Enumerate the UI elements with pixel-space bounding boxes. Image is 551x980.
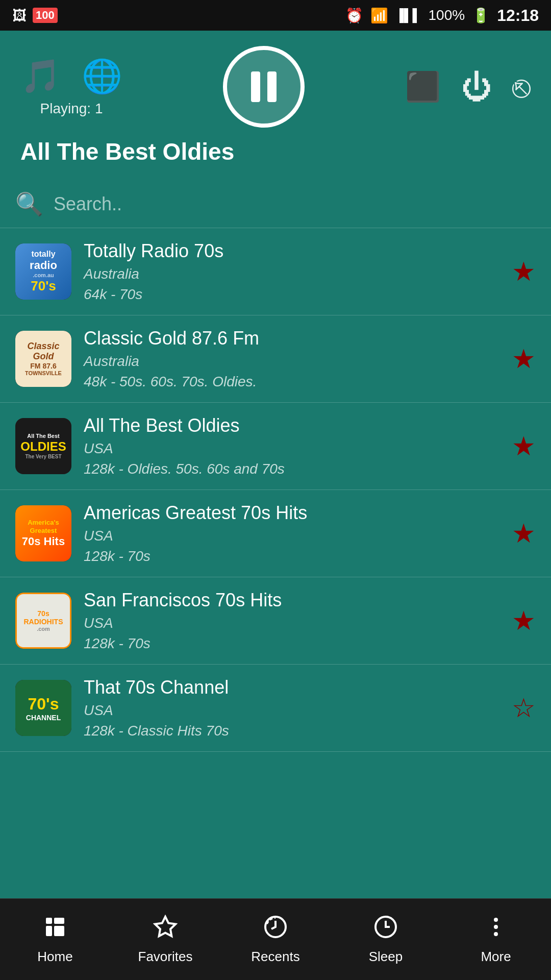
- favorite-button[interactable]: ★: [512, 344, 536, 374]
- svg-marker-4: [155, 917, 176, 936]
- station-country: USA: [84, 702, 499, 719]
- svg-rect-1: [46, 926, 52, 936]
- more-icon: [484, 915, 508, 945]
- station-logo: 70's CHANNEL: [15, 680, 71, 736]
- current-station-title: All The Best Oldies: [20, 138, 234, 170]
- player-controls-row: 🎵 🌐 Playing: 1 ⬛ ⏻ ⎋: [20, 46, 531, 128]
- svg-rect-0: [46, 918, 52, 924]
- sleep-icon: [373, 915, 398, 945]
- station-country: Australia: [84, 353, 499, 370]
- pause-button[interactable]: [223, 46, 305, 128]
- station-meta: 128k - 70s: [84, 635, 499, 652]
- station-meta: 64k - 70s: [84, 286, 499, 303]
- station-meta: 128k - Oldies. 50s. 60s and 70s: [84, 461, 499, 477]
- station-meta: 48k - 50s. 60s. 70s. Oldies.: [84, 374, 499, 390]
- player-left: 🎵 🌐 Playing: 1: [20, 57, 122, 117]
- star-icon: ★: [512, 606, 536, 635]
- search-input[interactable]: [54, 193, 536, 215]
- player-area: 🎵 🌐 Playing: 1 ⬛ ⏻ ⎋ All The Best Oldies: [0, 31, 551, 181]
- station-logo: All The Best OLDIES The Very BEST: [15, 418, 71, 474]
- nav-item-more[interactable]: More: [441, 910, 551, 970]
- station-item[interactable]: 70's CHANNEL That 70s Channel USA 128k -…: [0, 665, 551, 752]
- wifi-icon: 📶: [370, 7, 388, 24]
- nav-label-favorites: Favorites: [138, 949, 193, 965]
- music-icon[interactable]: 🎵: [20, 57, 61, 95]
- signal-icon: ▐▌▌: [395, 8, 421, 22]
- svg-point-8: [494, 925, 498, 929]
- nav-item-recents[interactable]: Recents: [220, 910, 331, 970]
- stop-icon[interactable]: ⬛: [405, 70, 441, 104]
- power-icon[interactable]: ⏻: [461, 69, 492, 105]
- home-icon: [43, 915, 67, 945]
- station-item[interactable]: 70sRADIOHITS .com San Franciscos 70s Hit…: [0, 577, 551, 665]
- main-content: 🎵 🌐 Playing: 1 ⬛ ⏻ ⎋ All The Best Oldies: [0, 31, 551, 898]
- favorite-button[interactable]: ★: [512, 605, 536, 636]
- battery-label: 100%: [429, 7, 465, 23]
- player-left-icons: 🎵 🌐: [20, 57, 122, 95]
- favorite-button[interactable]: ★: [512, 256, 536, 287]
- station-logo: ClassicGold FM 87.6 TOWNSVILLE: [15, 331, 71, 387]
- nav-label-home: Home: [37, 949, 72, 965]
- nav-item-sleep[interactable]: Sleep: [331, 910, 441, 970]
- station-info: Classic Gold 87.6 Fm Australia 48k - 50s…: [84, 328, 499, 390]
- station-country: USA: [84, 528, 499, 544]
- nav-item-favorites[interactable]: Favorites: [110, 910, 220, 970]
- station-info: That 70s Channel USA 128k - Classic Hits…: [84, 677, 499, 739]
- pause-bar-right: [267, 71, 277, 102]
- status-right: ⏰ 📶 ▐▌▌ 100% 🔋 12:18: [345, 6, 539, 25]
- search-icon: 🔍: [15, 191, 43, 217]
- photo-icon: 🖼: [12, 7, 27, 24]
- nav-item-home[interactable]: Home: [0, 910, 110, 970]
- station-name: Americas Greatest 70s Hits: [84, 502, 499, 524]
- pause-icon: [251, 71, 277, 102]
- alarm-icon: ⏰: [345, 7, 363, 24]
- station-item[interactable]: ClassicGold FM 87.6 TOWNSVILLE Classic G…: [0, 315, 551, 403]
- station-country: USA: [84, 615, 499, 631]
- station-name: Classic Gold 87.6 Fm: [84, 328, 499, 349]
- globe-icon[interactable]: 🌐: [82, 57, 122, 95]
- status-time: 12:18: [497, 6, 539, 25]
- nav-label-recents: Recents: [251, 949, 299, 965]
- station-logo: totally radio .com.au 70's: [15, 243, 71, 300]
- star-icon: ★: [512, 431, 536, 461]
- svg-rect-2: [54, 918, 64, 924]
- station-logo: 70sRADIOHITS .com: [15, 593, 71, 649]
- station-name: Totally Radio 70s: [84, 240, 499, 262]
- status-left: 🖼 100: [12, 7, 58, 24]
- station-list: totally radio .com.au 70's Totally Radio…: [0, 228, 551, 898]
- station-country: USA: [84, 440, 499, 457]
- favorite-button[interactable]: ★: [512, 518, 536, 549]
- svg-rect-3: [54, 926, 64, 936]
- share-icon[interactable]: ⎋: [512, 69, 531, 105]
- player-right: ⬛ ⏻ ⎋: [405, 69, 531, 105]
- pause-bar-left: [251, 71, 260, 102]
- star-icon: ★: [512, 344, 536, 374]
- station-meta: 128k - Classic Hits 70s: [84, 723, 499, 739]
- station-meta: 128k - 70s: [84, 548, 499, 565]
- favorite-button[interactable]: ★: [512, 431, 536, 461]
- station-name: That 70s Channel: [84, 677, 499, 698]
- app-icon: 100: [33, 8, 58, 23]
- status-bar: 🖼 100 ⏰ 📶 ▐▌▌ 100% 🔋 12:18: [0, 0, 551, 31]
- station-name: All The Best Oldies: [84, 415, 499, 436]
- station-country: Australia: [84, 266, 499, 282]
- station-name: San Franciscos 70s Hits: [84, 590, 499, 611]
- recents-icon: [263, 915, 288, 945]
- station-logo: America'sGreatest 70s Hits: [15, 505, 71, 561]
- favorite-button[interactable]: ☆: [512, 693, 536, 723]
- bottom-nav: Home Favorites Recents Sleep: [0, 898, 551, 980]
- station-info: Totally Radio 70s Australia 64k - 70s: [84, 240, 499, 303]
- station-info: All The Best Oldies USA 128k - Oldies. 5…: [84, 415, 499, 477]
- station-item[interactable]: totally radio .com.au 70's Totally Radio…: [0, 228, 551, 315]
- favorites-icon: [153, 915, 178, 945]
- star-icon: ★: [512, 257, 536, 286]
- station-info: San Franciscos 70s Hits USA 128k - 70s: [84, 590, 499, 652]
- nav-label-more: More: [481, 949, 511, 965]
- svg-point-9: [494, 932, 498, 936]
- svg-point-7: [494, 918, 498, 922]
- station-item[interactable]: America'sGreatest 70s Hits Americas Grea…: [0, 490, 551, 577]
- star-icon: ★: [512, 519, 536, 548]
- search-container: 🔍: [0, 181, 551, 228]
- battery-icon: 🔋: [472, 7, 490, 24]
- station-item[interactable]: All The Best OLDIES The Very BEST All Th…: [0, 403, 551, 490]
